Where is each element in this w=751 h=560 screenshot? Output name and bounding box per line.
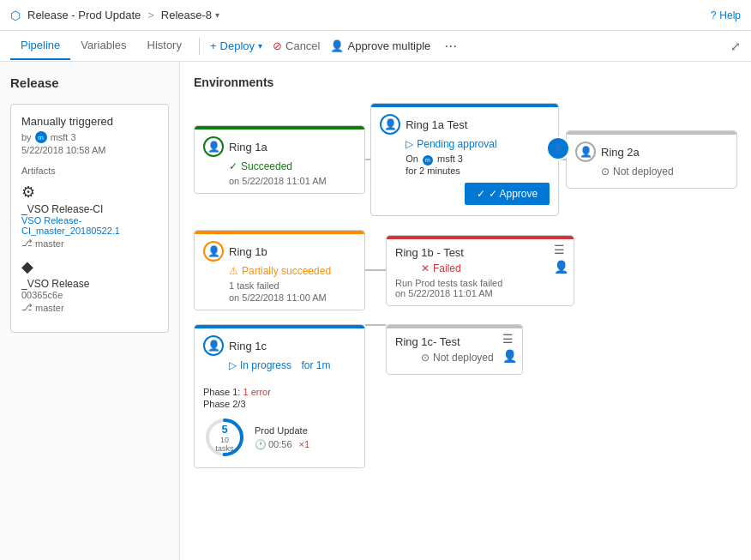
ring1ctest-side-icons: ☰ 👤 [502, 332, 517, 363]
ring1btest-name: Ring 1b - Test [395, 246, 464, 259]
nav-divider [199, 38, 200, 55]
azure-devops-icon: ⬡ [10, 9, 21, 22]
ring1atest-status: ▷ Pending approval [406, 138, 550, 150]
environments-title: Environments [194, 75, 737, 89]
ring1a-person-icon: 👤 [203, 136, 224, 157]
tab-pipeline[interactable]: Pipeline [10, 32, 70, 60]
ring1b-name: Ring 1b [229, 245, 267, 258]
cancel-button[interactable]: ⊘ Cancel [273, 39, 320, 52]
release-by: by m msft 3 [21, 131, 158, 143]
environments-area: Environments 👤 Ring 1a ✓ Succeeded on 5/… [180, 62, 751, 560]
header: ⬡ Release - Prod Update > Release-8 ▾ ? … [0, 0, 751, 31]
approve-label: ✓ Approve [489, 188, 538, 200]
clock-icon: 🕐 [255, 439, 267, 450]
artifact-1-name: _VSO Release-CI [21, 203, 158, 215]
more-options-button[interactable]: ··· [444, 37, 457, 55]
expand-icon[interactable]: ⤢ [730, 39, 741, 53]
release-date: 5/22/2018 10:58 AM [21, 145, 158, 155]
help-label: Help [719, 9, 741, 21]
ring1btest-header: Ring 1b - Test [395, 246, 565, 259]
stage-ring1b[interactable]: 👤 Ring 1b ⚠ Partially succeeded 1 task f… [194, 230, 365, 310]
ring1a-date: on 5/22/2018 11:01 AM [229, 176, 356, 186]
artifact-2-branch: ⎇ master [21, 302, 158, 313]
ring1c-phase1: Phase 1: 1 error [203, 387, 356, 397]
deploy-plus-icon: + [210, 39, 217, 52]
artifact-1: ⚙ _VSO Release-CI VSO Release-CI_master_… [21, 183, 158, 249]
ring1c-progress-info: Prod Update 🕐 00:56 ×1 [255, 425, 356, 450]
stage-ring1a[interactable]: 👤 Ring 1a ✓ Succeeded on 5/22/2018 11:01… [194, 125, 365, 194]
stage-ring1ctest[interactable]: Ring 1c- Test ⊙ Not deployed ☰ 👤 [386, 324, 523, 375]
ring1atest-name: Ring 1a Test [406, 118, 467, 131]
ring1ctest-name: Ring 1c- Test [395, 335, 460, 348]
connector-1b-to-1btest [365, 269, 386, 271]
nav-actions: + Deploy ▾ ⊘ Cancel 👤 Approve multiple ·… [210, 37, 457, 55]
help-link[interactable]: ? Help [711, 9, 741, 21]
approve-button[interactable]: ✓ ✓ Approve [465, 183, 550, 205]
tab-variables[interactable]: Variables [70, 32, 136, 60]
ring1ctest-settings-icon[interactable]: ☰ [502, 332, 517, 346]
ring1c-prod-label: Prod Update [255, 425, 356, 436]
ring1c-stats: 🕐 00:56 ×1 [255, 439, 356, 450]
artifacts-label: Artifacts [21, 166, 158, 176]
sidebar: Release Manually triggered by m msft 3 5… [0, 62, 180, 560]
ring1c-name: Ring 1c [229, 340, 267, 352]
env-row-1: 👤 Ring 1a ✓ Succeeded on 5/22/2018 11:01… [194, 103, 737, 216]
tab-history[interactable]: History [137, 32, 192, 60]
ring1c-details: Phase 1: 1 error Phase 2/3 5 10t [195, 382, 364, 467]
ring1atest-header: 👤 Ring 1a Test [380, 114, 550, 135]
ring1c-person-icon: 👤 [203, 335, 224, 356]
ring1btest-person-icon[interactable]: 👤 [554, 260, 568, 274]
release-card: Manually triggered by m msft 3 5/22/2018… [10, 104, 169, 333]
ring1a-status: ✓ Succeeded [229, 160, 356, 172]
ring1b-date: on 5/22/2018 11:00 AM [229, 292, 356, 303]
stage-ring1atest[interactable]: 👤 Ring 1a Test ▷ Pending approval On m m… [370, 103, 559, 216]
pending-play-icon: ▷ [406, 138, 413, 150]
success-check-icon: ✓ [229, 160, 237, 172]
chevron-down-icon[interactable]: ▾ [215, 10, 219, 20]
ring1atest-person-icon: 👤 [380, 114, 400, 135]
deploy-button[interactable]: + Deploy ▾ [210, 39, 262, 52]
approve-multiple-button[interactable]: 👤 Approve multiple [330, 39, 430, 52]
user-avatar: m [35, 131, 47, 143]
ring1c-circle-progress: 5 10tasks [203, 416, 246, 459]
ring1c-header: 👤 Ring 1c [203, 335, 356, 356]
ring1ctest-person-icon[interactable]: 👤 [502, 349, 517, 363]
user-dot-small: m [423, 155, 433, 166]
ring1btest-settings-icon[interactable]: ☰ [554, 243, 568, 256]
ring2a-status: ⊙ Not deployed [601, 166, 728, 178]
stage-ring1btest[interactable]: Ring 1b - Test ✕ Failed Run Prod tests t… [386, 235, 574, 306]
stage-ring1c[interactable]: 👤 Ring 1c ▷ In progress for 1m Phase 1: … [194, 324, 365, 468]
approve-check-icon: ✓ [477, 188, 485, 200]
ring1c-phase2: Phase 2/3 [203, 399, 356, 409]
env-row-3: 👤 Ring 1c ▷ In progress for 1m Phase 1: … [194, 324, 737, 468]
breadcrumb-separator: > [147, 9, 154, 21]
sidebar-title: Release [10, 75, 169, 90]
cancel-icon: ⊘ [273, 39, 282, 52]
stage-ring2a[interactable]: 👤 Ring 2a ⊙ Not deployed [566, 130, 737, 189]
ring1c-time: 🕐 00:56 [255, 439, 292, 450]
env-row-2: 👤 Ring 1b ⚠ Partially succeeded 1 task f… [194, 230, 737, 310]
notdeployed-icon: ⊙ [601, 166, 610, 178]
release-trigger: Manually triggered [21, 115, 158, 128]
by-label: by [21, 132, 32, 142]
nav-tabs-bar: Pipeline Variables History + Deploy ▾ ⊘ … [0, 31, 751, 62]
ring2a-header: 👤 Ring 2a [575, 142, 728, 162]
connector-1c-to-1ctest [365, 324, 386, 326]
failed-cross-icon: ✕ [421, 262, 430, 274]
artifact-release-icon: ◆ [21, 257, 158, 276]
branch-icon: ⎇ [21, 238, 33, 249]
breadcrumb-project[interactable]: Release - Prod Update [27, 9, 141, 21]
ring1c-tasks-count: 5 10tasks [215, 423, 233, 453]
branch-icon-2: ⎇ [21, 302, 33, 313]
approver-avatar: 👤 [546, 136, 570, 160]
artifact-1-branch: ⎇ master [21, 238, 158, 249]
ring2a-name: Ring 2a [601, 146, 640, 159]
ring1a-name: Ring 1a [229, 141, 267, 154]
ring2a-person-icon: 👤 [575, 142, 596, 162]
ring1c-for: for 1m [301, 359, 330, 371]
artifact-1-link[interactable]: VSO Release-CI_master_20180522.1 [21, 215, 158, 236]
ring1ctest-status: ⊙ Not deployed [421, 352, 514, 364]
ring1a-header: 👤 Ring 1a [203, 136, 356, 157]
ring1btest-side-icons: ☰ 👤 [554, 243, 568, 274]
ring1atest-user: msft 3 [437, 154, 463, 164]
